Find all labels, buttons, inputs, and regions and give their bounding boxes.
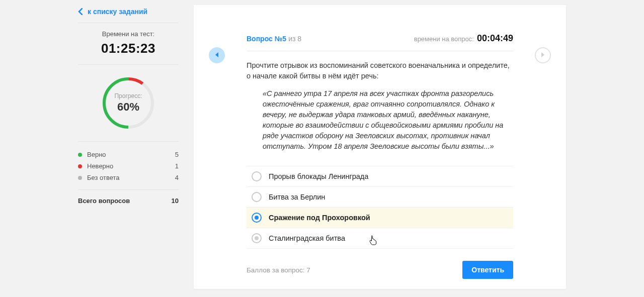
legend-value: 5 [175,151,179,158]
dot-green-icon [78,153,82,157]
legend-value: 4 [175,174,179,181]
test-time-block: Времени на тест: 01:25:23 [78,23,179,65]
option-label: Прорыв блокады Ленинграда [269,172,368,180]
dot-red-icon [78,164,82,168]
total-value: 10 [172,197,179,205]
question-quote: «С раннего утра 17 апреля на всех участк… [247,81,513,152]
back-link-label: к списку заданий [88,8,147,16]
sidebar: к списку заданий Времени на тест: 01:25:… [78,5,179,289]
legend-row-unanswered: Без ответа 4 [78,172,179,183]
dot-gray-icon [78,176,82,180]
answer-options: Прорыв блокады Ленинграда Битва за Берли… [247,166,513,249]
radio-icon [252,213,262,223]
legend-row-incorrect: Неверно 1 [78,160,179,172]
question-footer: Баллов за вопрос: 7 Ответить [247,249,513,279]
question-header: Вопрос №5 из 8 времени на вопрос: 00:04:… [247,5,513,51]
option-label: Сталинградская битва [269,234,345,242]
test-time-value: 01:25:23 [78,41,179,56]
legend-value: 1 [175,162,179,170]
submit-answer-button[interactable]: Ответить [462,261,513,279]
answer-option[interactable]: Битва за Берлин [247,186,513,207]
question-prompt: Прочтите отрывок из воспоминаний советск… [247,60,513,81]
legend: Верно 5 Неверно 1 Без ответа 4 [78,142,179,190]
progress-block: Прогресс: 60% [78,65,179,142]
legend-label: Без ответа [87,174,175,181]
option-label: Сражение под Прохоровкой [269,214,370,222]
back-to-list-link[interactable]: к списку заданий [78,5,179,23]
answer-option[interactable]: Прорыв блокады Ленинграда [247,166,513,186]
radio-icon [252,233,262,243]
total-row: Всего вопросов 10 [78,190,179,212]
question-number: Вопрос №5 [247,35,286,43]
option-label: Битва за Берлин [269,193,325,201]
chevron-left-icon [78,8,83,15]
progress-ring: Прогресс: 60% [101,76,155,130]
question-of-total: из 8 [288,35,301,43]
question-points: Баллов за вопрос: 7 [247,266,462,274]
question-body: Прочтите отрывок из воспоминаний советск… [247,51,513,152]
answer-option[interactable]: Сражение под Прохоровкой [247,207,513,228]
progress-value: 60% [117,101,139,114]
legend-row-correct: Верно 5 [78,149,179,160]
radio-icon [252,171,262,181]
question-time-label: времени на вопрос: [414,35,474,43]
question-time-value: 00:04:49 [477,33,513,44]
question-card: Вопрос №5 из 8 времени на вопрос: 00:04:… [194,5,566,289]
test-time-label: Времени на тест: [78,30,179,38]
cursor-pointer-icon [369,235,377,247]
radio-icon [252,192,262,202]
total-label: Всего вопросов [78,197,172,205]
answer-option[interactable]: Сталинградская битва [247,228,513,249]
legend-label: Неверно [87,162,175,170]
progress-label: Прогресс: [114,92,142,100]
legend-label: Верно [87,151,175,158]
